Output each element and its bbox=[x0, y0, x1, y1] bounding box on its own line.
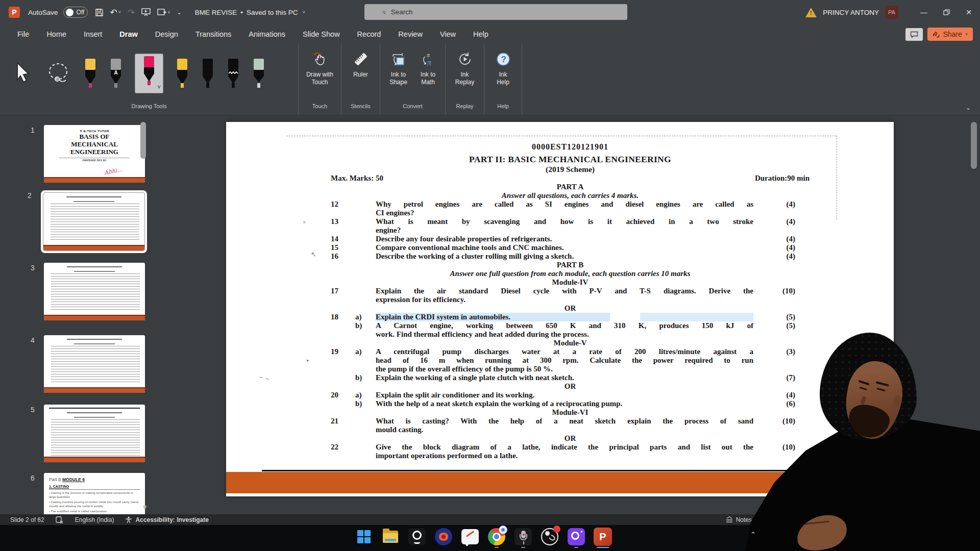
question-text: Why petrol engines are called as SI engi… bbox=[376, 200, 753, 217]
save-button[interactable] bbox=[95, 8, 104, 17]
lasso-select-tool-icon[interactable] bbox=[47, 61, 71, 86]
pen-options-chevron-icon[interactable]: ˅ bbox=[158, 84, 161, 90]
tab-file[interactable]: File bbox=[17, 30, 29, 38]
search-input[interactable]: ⌕ Search bbox=[364, 4, 627, 20]
tab-review[interactable]: Review bbox=[398, 30, 423, 38]
ink-to-math-button[interactable]: ππ Ink to Math bbox=[416, 47, 440, 86]
taskbar-icon-camera-app[interactable] bbox=[407, 527, 427, 546]
user-name[interactable]: PRINCY ANTONY bbox=[823, 9, 879, 16]
ruler-button[interactable]: Ruler bbox=[353, 47, 369, 79]
tab-design[interactable]: Design bbox=[155, 30, 178, 38]
document-title[interactable]: BME REVISE • Saved to this PC ˅ bbox=[195, 9, 305, 16]
taskbar-icon-file-explorer[interactable] bbox=[381, 527, 400, 546]
thumbnail-row: 4 bbox=[21, 335, 145, 393]
thumbnail-scrollbar[interactable] bbox=[140, 120, 146, 508]
taskbar-icon-chrome[interactable] bbox=[487, 527, 506, 546]
tab-help[interactable]: Help bbox=[473, 30, 488, 38]
thumbnail-scroll-down-icon[interactable]: ▼ bbox=[141, 504, 148, 511]
pen-black-icon[interactable] bbox=[201, 59, 214, 88]
pencil-icon[interactable]: A bbox=[109, 59, 122, 88]
slide-area-scrollbar[interactable] bbox=[971, 119, 977, 514]
slide-thumbnail-4[interactable] bbox=[44, 335, 145, 393]
thumbnail-number: 4 bbox=[21, 335, 44, 393]
comments-button[interactable] bbox=[905, 28, 923, 41]
taskbar-icon-start[interactable] bbox=[354, 527, 374, 546]
taskbar-icon-meet-app[interactable] bbox=[434, 527, 453, 546]
slide-counter[interactable]: Slide 2 of 62 bbox=[10, 516, 44, 523]
thumbnail-row: 5 bbox=[21, 405, 145, 462]
pen-red-selected-icon[interactable] bbox=[142, 56, 156, 86]
new-slide-button[interactable]: ˅ bbox=[157, 8, 170, 16]
exam-question-row: 19a)A centrifugal pump discharges water … bbox=[331, 347, 810, 373]
taskbar-icon-chat-app[interactable] bbox=[460, 527, 480, 546]
start-slideshow-button[interactable] bbox=[141, 8, 151, 16]
textbox-dashed-border-top bbox=[286, 136, 837, 136]
taskbar-icon-voice-recorder[interactable] bbox=[513, 527, 533, 546]
replay-group: Ink Replay Replay bbox=[446, 43, 484, 115]
exam-question-row: 12Why petrol engines are called as SI en… bbox=[331, 200, 810, 217]
tab-transitions[interactable]: Transitions bbox=[195, 30, 231, 38]
tab-view[interactable]: View bbox=[440, 30, 456, 38]
close-button[interactable]: ✕ bbox=[958, 0, 980, 24]
slide-canvas[interactable]: 0000EST120121901 PART II: BASIC MECHANIC… bbox=[226, 122, 894, 496]
slide-thumbnail-1[interactable]: ✝ B.TECH TUTORBASIS OFMECHANICALENGINEER… bbox=[44, 125, 145, 183]
avatar[interactable]: PA bbox=[885, 6, 898, 19]
tab-slide-show[interactable]: Slide Show bbox=[303, 30, 340, 38]
slide-thumbnail-2[interactable] bbox=[43, 193, 144, 251]
minimize-button[interactable]: — bbox=[913, 0, 935, 24]
tab-home[interactable]: Home bbox=[46, 30, 66, 38]
selected-pen-box[interactable]: ˅ bbox=[135, 54, 163, 93]
tab-insert[interactable]: Insert bbox=[84, 30, 102, 38]
pen-yellow-icon[interactable] bbox=[176, 59, 189, 88]
slide-thumbnail-3[interactable] bbox=[44, 263, 145, 320]
taskbar-hidden-icons-chevron[interactable]: ⌃ bbox=[750, 531, 756, 538]
notes-button[interactable]: Notes bbox=[725, 516, 752, 523]
exam-center-line: Answer all questions, each carries 4 mar… bbox=[331, 191, 810, 200]
undo-chevron-icon[interactable]: ˅ bbox=[118, 10, 121, 15]
highlighter-icon[interactable] bbox=[252, 59, 265, 88]
question-subletter bbox=[355, 217, 376, 235]
normal-view-button[interactable] bbox=[772, 516, 781, 523]
taskbar-icon-camera-filter-app[interactable] bbox=[567, 527, 586, 546]
tab-animations[interactable]: Animations bbox=[249, 30, 285, 38]
powerpoint-logo-icon[interactable]: P bbox=[9, 7, 20, 18]
windows-taskbar: P bbox=[0, 525, 980, 551]
share-button[interactable]: Share ˅ bbox=[927, 28, 973, 41]
taskbar-icon-obs-studio[interactable] bbox=[540, 527, 559, 546]
question-marks: (6) bbox=[753, 399, 810, 408]
accessibility-button[interactable]: Accessibility: Investigate bbox=[125, 516, 208, 523]
ink-help-button[interactable]: ? Ink Help bbox=[494, 47, 512, 86]
svg-text:π: π bbox=[427, 52, 430, 59]
quick-access-overflow-button[interactable]: ⌄ bbox=[177, 10, 182, 15]
ink-to-shape-button[interactable]: Ink to Shape bbox=[386, 47, 411, 86]
question-subletter bbox=[355, 252, 376, 261]
ink-to-math-label: Ink to Math bbox=[416, 71, 440, 86]
question-text: Compare conventional machine tools and C… bbox=[376, 243, 753, 252]
collapse-ribbon-chevron-icon[interactable]: ⌄ bbox=[966, 104, 971, 111]
convert-group-label: Convert bbox=[380, 103, 445, 115]
autosave-toggle[interactable]: Off bbox=[63, 7, 88, 18]
question-marks: (3) bbox=[753, 347, 810, 373]
maximize-button[interactable] bbox=[935, 0, 958, 24]
undo-button[interactable]: ↶˅ bbox=[110, 8, 121, 17]
tab-draw[interactable]: Draw bbox=[119, 30, 137, 38]
eraser-icon[interactable] bbox=[84, 59, 97, 88]
question-marks: (5) bbox=[753, 321, 810, 339]
question-subletter bbox=[355, 243, 376, 252]
tab-record[interactable]: Record bbox=[357, 30, 381, 38]
touch-group: Draw with Touch Touch bbox=[299, 43, 341, 115]
language-button[interactable]: English (India) bbox=[75, 516, 114, 523]
exam-center-line: PART B bbox=[331, 261, 810, 269]
status-bar: Slide 2 of 62 English (India) Accessibil… bbox=[0, 514, 980, 525]
ink-replay-button[interactable]: Ink Replay bbox=[453, 47, 477, 86]
new-slide-chevron-icon[interactable]: ˅ bbox=[167, 10, 170, 15]
draw-with-touch-button[interactable]: Draw with Touch bbox=[302, 47, 338, 86]
taskbar-icon-powerpoint[interactable]: P bbox=[593, 527, 612, 546]
share-label: Share bbox=[943, 30, 962, 38]
exam-max-marks: Max. Marks: 50 bbox=[331, 174, 383, 183]
warning-icon[interactable]: ! bbox=[805, 8, 817, 17]
slide-thumbnail-5[interactable] bbox=[44, 405, 145, 462]
pen-zigzag-icon[interactable] bbox=[227, 59, 240, 88]
select-tool-icon[interactable] bbox=[14, 62, 35, 85]
spellcheck-button[interactable] bbox=[56, 516, 64, 523]
